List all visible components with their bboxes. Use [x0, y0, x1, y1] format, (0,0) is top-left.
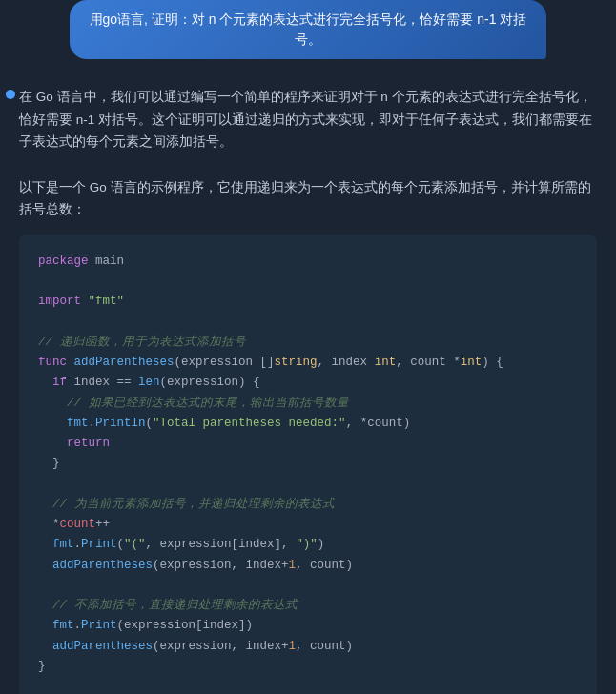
description-p2: 以下是一个 Go 语言的示例程序，它使用递归来为一个表达式的每个元素添加括号，并… [19, 176, 597, 221]
description-p1: 在 Go 语言中，我们可以通过编写一个简单的程序来证明对于 n 个元素的表达式进… [19, 86, 597, 153]
code-line-5: fmt.Println("Total parentheses needed:",… [38, 414, 578, 434]
page-wrapper: 用go语言, 证明：对 n 个元素的表达式进行完全括号化，恰好需要 n-1 对括… [0, 0, 616, 694]
code-line-blank2 [38, 313, 578, 333]
code-line-comment4: // 不添加括号，直接递归处理剩余的表达式 [38, 596, 578, 616]
code-line-12: addParentheses(expression, index+1, coun… [38, 637, 578, 657]
code-line-comment1: // 递归函数，用于为表达式添加括号 [38, 333, 578, 353]
code-line-blank1 [38, 272, 578, 292]
main-content: 在 Go 语言中，我们可以通过编写一个简单的程序来证明对于 n 个元素的表达式进… [0, 71, 616, 694]
avatar-dot [6, 90, 15, 99]
code-line-2: import "fmt" [38, 292, 578, 312]
bubble-container: 用go语言, 证明：对 n 个元素的表达式进行完全括号化，恰好需要 n-1 对括… [0, 0, 616, 71]
bubble-text: 用go语言, 证明：对 n 个元素的表达式进行完全括号化，恰好需要 n-1 对括… [90, 11, 527, 47]
code-line-9: fmt.Print("(", expression[index], ")") [38, 535, 578, 555]
code-block: package main import "fmt" // 递归函数，用于为表达式… [19, 235, 597, 694]
code-line-13: } [38, 657, 578, 677]
code-line-6: return [38, 434, 578, 454]
code-line-blank4 [38, 576, 578, 596]
code-line-blank5 [38, 677, 578, 694]
code-line-10: addParentheses(expression, index+1, coun… [38, 556, 578, 576]
description-block: 在 Go 语言中，我们可以通过编写一个简单的程序来证明对于 n 个元素的表达式进… [19, 86, 597, 221]
code-line-11: fmt.Print(expression[index]) [38, 616, 578, 636]
code-line-blank3 [38, 475, 578, 495]
code-line-3: func addParentheses(expression []string,… [38, 353, 578, 373]
code-line-1: package main [38, 252, 578, 272]
code-line-comment2: // 如果已经到达表达式的末尾，输出当前括号数量 [38, 394, 578, 414]
code-line-7: } [38, 454, 578, 474]
user-message-bubble: 用go语言, 证明：对 n 个元素的表达式进行完全括号化，恰好需要 n-1 对括… [70, 0, 546, 59]
code-line-8: *count++ [38, 515, 578, 535]
code-line-comment3: // 为当前元素添加括号，并递归处理剩余的表达式 [38, 495, 578, 515]
code-line-4: if index == len(expression) { [38, 373, 578, 393]
